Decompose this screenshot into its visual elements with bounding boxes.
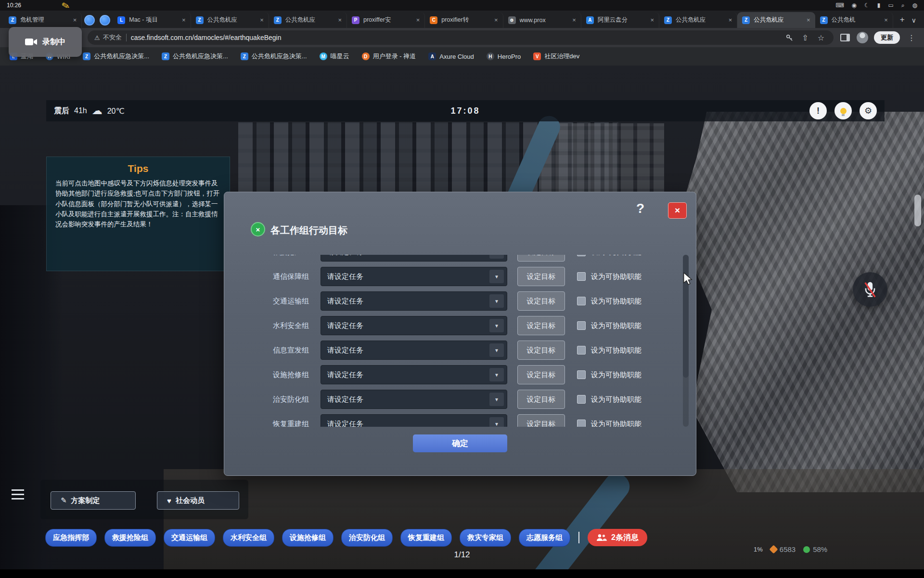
department-transport-button[interactable]: 交通运输组 — [164, 529, 215, 547]
browser-tab[interactable]: C proxifier转 × — [425, 12, 503, 28]
bookmark-axure-cloud[interactable]: AAxure Cloud — [428, 53, 474, 60]
tab-close-icon[interactable]: × — [729, 16, 732, 24]
messages-button[interactable]: 2条消息 — [588, 529, 647, 546]
tab-close-icon[interactable]: × — [260, 16, 264, 24]
settings-gear-button[interactable]: ⚙ — [860, 102, 877, 119]
assist-checkbox[interactable] — [577, 321, 586, 330]
tab-close-icon[interactable]: × — [807, 16, 810, 24]
department-water-safety-button[interactable]: 水利安全组 — [223, 529, 274, 547]
browser-tab[interactable]: P proxiffer安 × — [347, 12, 425, 28]
tab-close-icon[interactable]: × — [650, 16, 654, 24]
bulb-icon — [840, 108, 847, 114]
tab-close-icon[interactable]: × — [182, 16, 186, 24]
task-dropdown[interactable]: 请设定任务▼ — [321, 341, 507, 360]
tab-close-icon[interactable]: × — [884, 16, 888, 24]
task-dropdown[interactable]: 请设定任务▼ — [321, 414, 507, 427]
pinned-tab-icon[interactable] — [100, 15, 110, 26]
key-icon[interactable] — [783, 32, 795, 43]
department-security-button[interactable]: 治安防化组 — [341, 529, 393, 547]
screen-recording-indicator[interactable]: 录制中 — [9, 27, 82, 57]
help-icon[interactable]: ? — [636, 201, 644, 216]
browser-tab[interactable]: L Mac - 项目 × — [113, 12, 191, 28]
mobilize-button[interactable]: ♥ 社会动员 — [157, 491, 239, 510]
window-scrollbar-thumb[interactable] — [914, 195, 921, 226]
hint-bulb-button[interactable] — [834, 102, 852, 119]
department-rebuild-button[interactable]: 恢复重建组 — [400, 529, 452, 547]
browser-tab[interactable]: Z 公共危机应 × — [659, 12, 737, 28]
set-target-button[interactable]: 设定目标 — [517, 365, 565, 384]
group-label: 通信保障组 — [273, 267, 309, 286]
chrome-menu-icon[interactable]: ⋮ — [906, 32, 917, 43]
department-command-button[interactable]: 应急指挥部 — [45, 529, 97, 547]
bookmark-heropro[interactable]: HHeroPro — [487, 53, 521, 60]
assist-checkbox[interactable] — [577, 255, 586, 256]
control-center-icon[interactable]: ◍ — [912, 2, 917, 9]
assist-checkbox[interactable] — [577, 346, 586, 355]
set-target-button[interactable]: 设定目标 — [517, 255, 565, 262]
bookmark-star-icon[interactable]: ☆ — [815, 32, 827, 43]
browser-tab[interactable]: Z 公共危机应 × — [269, 12, 347, 28]
task-dropdown[interactable]: 请设定任务▼ — [321, 291, 507, 311]
browser-tab[interactable]: A 阿里云盘分 × — [581, 12, 659, 28]
moon-icon[interactable]: ☾ — [864, 2, 870, 9]
tab-close-icon[interactable]: × — [572, 16, 576, 24]
assist-checkbox[interactable] — [577, 297, 586, 305]
task-dropdown[interactable]: 请设定任务▼ — [321, 316, 507, 335]
set-target-button[interactable]: 设定目标 — [517, 390, 565, 409]
assist-checkbox[interactable] — [577, 395, 586, 404]
tab-close-icon[interactable]: × — [73, 16, 77, 24]
keyboard-icon[interactable]: ⌨ — [835, 2, 844, 9]
side-panel-icon[interactable] — [839, 32, 851, 43]
department-volunteers-button[interactable]: 志愿服务组 — [519, 529, 570, 547]
browser-tab-active[interactable]: Z 公共危机应 × — [737, 12, 815, 28]
security-chip[interactable]: ⚠ 不安全 — [94, 33, 122, 42]
bookmark-miaoxingyun[interactable]: M喵星云 — [320, 52, 349, 61]
plan-button[interactable]: ✎ 方案制定 — [51, 491, 136, 510]
assist-checkbox[interactable] — [577, 370, 586, 379]
bookmark-crisis-2[interactable]: Z公共危机应急决策... — [162, 52, 228, 61]
new-tab-button[interactable]: + — [896, 13, 909, 26]
spotlight-search-icon[interactable]: ⌕ — [901, 2, 905, 9]
task-dropdown[interactable]: 请设定任务▼ — [321, 390, 507, 409]
department-repair-button[interactable]: 设施抢修组 — [282, 529, 334, 547]
bookmark-community-dev[interactable]: V社区治理dev — [533, 52, 579, 61]
set-target-button[interactable]: 设定目标 — [517, 267, 565, 286]
tab-close-icon[interactable]: × — [338, 16, 342, 24]
set-target-button[interactable]: 设定目标 — [517, 316, 565, 335]
modal-close-button[interactable]: × — [668, 202, 687, 219]
screen-record-icon[interactable]: ◉ — [852, 2, 857, 9]
bookmark-crisis-3[interactable]: Z公共危机应急决策... — [241, 52, 307, 61]
chrome-update-button[interactable]: 更新 — [874, 31, 900, 44]
bookmark-crisis-1[interactable]: Z公共危机应急决策... — [83, 52, 149, 61]
department-rescue-button[interactable]: 救援抢险组 — [104, 529, 156, 547]
browser-tab[interactable]: Z 公共危机 × — [815, 12, 893, 28]
tab-close-icon[interactable]: × — [494, 16, 498, 24]
alert-button[interactable]: ! — [809, 102, 827, 119]
set-target-button[interactable]: 设定目标 — [517, 341, 565, 360]
share-icon[interactable]: ⇧ — [799, 32, 811, 43]
url-text[interactable]: case.findsoft.com.cn/damocles/#/earthqua… — [131, 34, 779, 41]
quick-menu-icon[interactable] — [12, 489, 24, 499]
modal-collapse-icon[interactable]: × — [251, 222, 265, 236]
omnibox[interactable]: ⚠ 不安全 case.findsoft.com.cn/damocles/#/ea… — [88, 30, 834, 45]
confirm-button[interactable]: 确定 — [413, 434, 507, 452]
assist-checkbox[interactable] — [577, 272, 586, 281]
browser-tab[interactable]: Z 危机管理 × — [4, 12, 82, 28]
browser-tab[interactable]: ⊕ www.prox × — [503, 12, 581, 28]
set-target-button[interactable]: 设定目标 — [517, 291, 565, 311]
assist-checkbox[interactable] — [577, 420, 586, 427]
display-icon[interactable]: ▭ — [888, 2, 893, 9]
department-experts-button[interactable]: 救灾专家组 — [460, 529, 511, 547]
tab-close-icon[interactable]: × — [416, 16, 420, 24]
task-dropdown[interactable]: 请设定任务▼ — [321, 255, 507, 262]
profile-avatar[interactable] — [857, 32, 868, 43]
task-dropdown[interactable]: 请设定任务▼ — [321, 365, 507, 384]
task-dropdown[interactable]: 请设定任务▼ — [321, 267, 507, 286]
tab-search-chevron-icon[interactable]: ∨ — [911, 16, 916, 24]
pinned-tab-icon[interactable] — [84, 15, 95, 26]
browser-tab[interactable]: Z 公共危机应 × — [191, 12, 269, 28]
set-target-button[interactable]: 设定目标 — [517, 414, 565, 427]
microphone-muted-button[interactable] — [853, 272, 887, 307]
bookmark-zentao-login[interactable]: D用户登录 - 禅道 — [362, 52, 416, 61]
battery-icon[interactable]: ▮ — [877, 2, 881, 9]
